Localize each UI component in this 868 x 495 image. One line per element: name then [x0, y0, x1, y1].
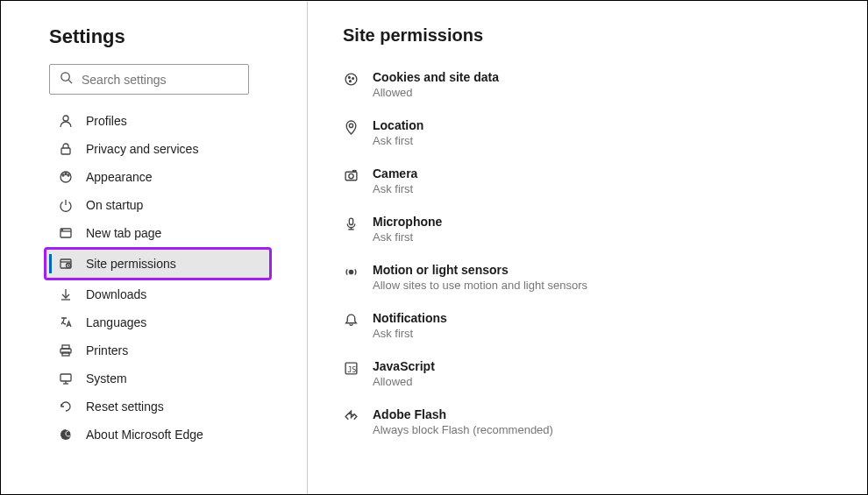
perm-title: Microphone — [373, 215, 442, 229]
perm-title: Camera — [373, 166, 417, 180]
download-icon — [58, 286, 74, 302]
nav-label: New tab page — [86, 226, 161, 240]
profile-icon — [58, 113, 74, 129]
nav-label: About Microsoft Edge — [86, 428, 203, 442]
power-icon — [58, 197, 74, 213]
nav-label: Site permissions — [86, 257, 176, 271]
svg-text:JS: JS — [347, 364, 356, 373]
nav-label: On startup — [86, 198, 143, 212]
svg-rect-18 — [60, 374, 71, 381]
svg-point-22 — [345, 74, 357, 85]
perm-sub: Allowed — [373, 375, 435, 388]
permission-cookies[interactable]: Cookies and site data Allowed — [343, 70, 832, 99]
perm-sub: Ask first — [373, 134, 423, 147]
printer-icon — [58, 343, 74, 358]
svg-point-10 — [62, 230, 63, 230]
permission-location[interactable]: Location Ask first — [343, 118, 832, 147]
sidebar-item-newtab[interactable]: New tab page — [49, 219, 277, 247]
search-icon — [60, 71, 73, 88]
nav-label: System — [86, 371, 127, 385]
motion-icon — [343, 264, 359, 279]
svg-rect-27 — [345, 172, 357, 180]
javascript-icon: JS — [343, 360, 359, 376]
perm-title: Cookies and site data — [373, 70, 499, 84]
main-content: Site permissions Cookies and site data A… — [308, 1, 867, 494]
newtab-icon — [58, 225, 74, 241]
permission-flash[interactable]: Adobe Flash Always block Flash (recommen… — [343, 407, 832, 436]
svg-rect-30 — [349, 218, 352, 224]
nav-label: Languages — [86, 315, 146, 329]
nav-label: Profiles — [86, 114, 127, 128]
sidebar-item-downloads[interactable]: Downloads — [49, 280, 277, 308]
bell-icon — [343, 312, 359, 328]
lock-icon — [58, 141, 74, 157]
svg-rect-29 — [352, 170, 355, 172]
svg-point-6 — [65, 173, 67, 175]
permission-microphone[interactable]: Microphone Ask first — [343, 215, 832, 244]
nav-label: Reset settings — [86, 400, 164, 414]
edge-icon — [58, 427, 74, 442]
svg-line-1 — [68, 80, 72, 83]
permission-motion[interactable]: Motion or light sensors Allow sites to u… — [343, 263, 832, 292]
nav-label: Printers — [86, 343, 128, 357]
svg-point-0 — [61, 73, 69, 81]
settings-title: Settings — [49, 25, 281, 48]
permission-javascript[interactable]: JS JavaScript Allowed — [343, 359, 832, 388]
svg-rect-17 — [62, 352, 69, 356]
cookie-icon — [343, 71, 359, 87]
permission-camera[interactable]: Camera Ask first — [343, 166, 832, 195]
perm-sub: Ask first — [373, 327, 447, 340]
perm-sub: Allowed — [373, 86, 499, 99]
sidebar-item-appearance[interactable]: Appearance — [49, 163, 277, 191]
system-icon — [58, 371, 74, 386]
svg-point-5 — [62, 174, 64, 176]
svg-point-26 — [349, 124, 352, 127]
svg-rect-3 — [61, 148, 70, 154]
sidebar-item-system[interactable]: System — [49, 364, 277, 392]
sidebar-item-startup[interactable]: On startup — [49, 191, 277, 219]
search-input[interactable] — [82, 73, 238, 87]
camera-icon — [343, 167, 359, 183]
perm-title: Location — [373, 118, 423, 132]
svg-point-23 — [348, 76, 350, 78]
search-box[interactable] — [49, 64, 249, 95]
svg-point-7 — [68, 174, 69, 176]
permissions-icon — [58, 256, 74, 272]
sidebar-item-profiles[interactable]: Profiles — [49, 107, 277, 135]
sidebar-item-reset[interactable]: Reset settings — [49, 392, 277, 421]
perm-title: Adobe Flash — [373, 407, 553, 421]
sidebar-item-about[interactable]: About Microsoft Edge — [49, 421, 277, 449]
nav-label: Privacy and services — [86, 142, 198, 156]
location-icon — [343, 119, 359, 135]
perm-sub: Ask first — [373, 182, 417, 195]
perm-title: Notifications — [373, 311, 447, 325]
permission-notifications[interactable]: Notifications Ask first — [343, 311, 832, 340]
flash-icon — [343, 408, 359, 424]
nav-label: Downloads — [86, 287, 146, 301]
sidebar-item-site-permissions[interactable]: Site permissions — [44, 247, 272, 280]
svg-point-33 — [349, 270, 352, 273]
svg-point-24 — [352, 77, 353, 79]
svg-point-28 — [348, 173, 352, 178]
language-icon — [58, 315, 74, 330]
svg-point-25 — [349, 80, 351, 81]
sidebar-item-languages[interactable]: Languages — [49, 308, 277, 336]
page-title: Site permissions — [343, 25, 832, 46]
reset-icon — [58, 399, 74, 414]
perm-title: JavaScript — [373, 359, 435, 373]
appearance-icon — [58, 169, 74, 185]
perm-sub: Always block Flash (recommended) — [373, 423, 553, 436]
perm-title: Motion or light sensors — [373, 263, 587, 277]
perm-sub: Ask first — [373, 230, 442, 244]
sidebar-item-privacy[interactable]: Privacy and services — [49, 135, 277, 163]
nav-label: Appearance — [86, 170, 153, 184]
svg-point-2 — [63, 116, 68, 121]
settings-sidebar: Settings Profiles Privacy and services A… — [1, 1, 308, 494]
sidebar-item-printers[interactable]: Printers — [49, 336, 277, 364]
microphone-icon — [343, 216, 359, 231]
perm-sub: Allow sites to use motion and light sens… — [373, 279, 587, 292]
